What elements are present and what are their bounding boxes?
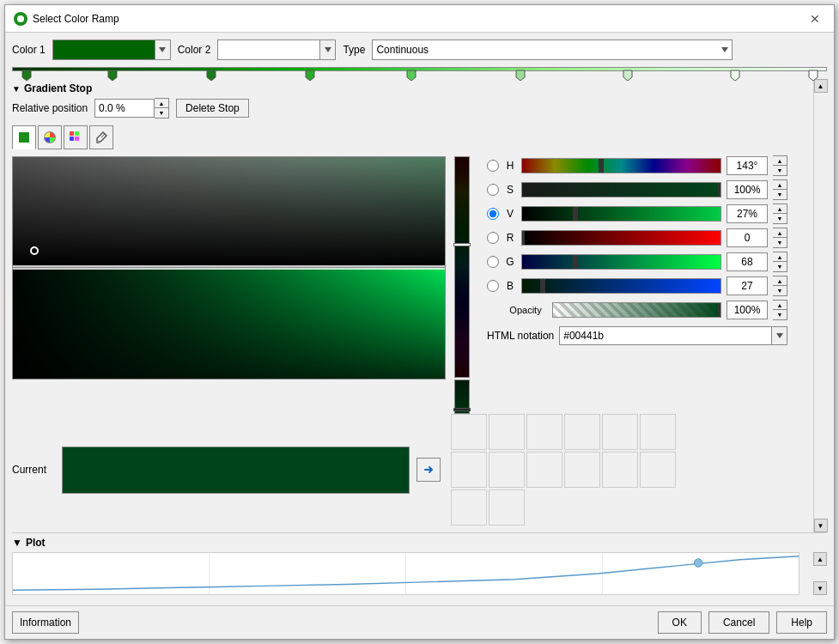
- help-button[interactable]: Help: [776, 611, 827, 634]
- h-up[interactable]: ▲: [773, 156, 787, 166]
- b-radio[interactable]: [487, 280, 499, 292]
- swatch-11[interactable]: [640, 452, 676, 488]
- color-tab-eyedropper[interactable]: [89, 125, 113, 149]
- b-down[interactable]: ▼: [773, 286, 787, 295]
- stop-marker-7[interactable]: [729, 69, 741, 81]
- stop-marker-1[interactable]: [106, 69, 119, 81]
- h-radio[interactable]: [487, 160, 499, 172]
- color2-button[interactable]: [217, 39, 320, 60]
- rel-position-up[interactable]: ▲: [155, 99, 168, 108]
- v-up[interactable]: ▲: [773, 204, 787, 214]
- stop-marker-8[interactable]: [807, 69, 819, 81]
- html-input[interactable]: #00441b: [559, 326, 772, 345]
- swatch-1[interactable]: [489, 414, 525, 450]
- swatch-2[interactable]: [526, 414, 562, 450]
- s-radio[interactable]: [487, 184, 499, 196]
- r-down[interactable]: ▼: [773, 238, 787, 247]
- plot-scroll-down[interactable]: ▼: [813, 581, 827, 595]
- scrollbar-down[interactable]: ▼: [814, 519, 828, 532]
- ok-button[interactable]: OK: [658, 611, 702, 634]
- plot-header[interactable]: ▼ Plot: [12, 537, 827, 549]
- b-slider-track[interactable]: [521, 278, 721, 294]
- opacity-slider-vertical[interactable]: [454, 380, 470, 414]
- s-up[interactable]: ▲: [773, 180, 787, 190]
- color-saturation-value-top[interactable]: [12, 156, 446, 268]
- h-spinner[interactable]: ▲ ▼: [773, 155, 787, 176]
- opacity-down[interactable]: ▼: [773, 310, 787, 319]
- type-select[interactable]: Continuous: [372, 39, 733, 60]
- swatch-7[interactable]: [489, 452, 525, 488]
- swatch-13[interactable]: [489, 489, 525, 526]
- opacity-up[interactable]: ▲: [773, 301, 787, 310]
- swatch-3[interactable]: [564, 414, 600, 450]
- s-slider-track[interactable]: [521, 182, 721, 197]
- information-button[interactable]: Information: [12, 611, 79, 634]
- swatch-5[interactable]: [640, 414, 676, 450]
- color-saturation-value-bottom[interactable]: [12, 268, 446, 380]
- rel-position-down[interactable]: ▼: [155, 108, 168, 118]
- b-spinner[interactable]: ▲ ▼: [773, 276, 787, 296]
- s-value[interactable]: 100%: [727, 180, 768, 199]
- swatch-4[interactable]: [602, 414, 638, 450]
- s-spinner[interactable]: ▲ ▼: [773, 179, 787, 200]
- g-down[interactable]: ▼: [773, 262, 787, 271]
- stop-marker-2[interactable]: [205, 69, 217, 81]
- swatch-8[interactable]: [526, 452, 562, 488]
- color-tab-solid[interactable]: [12, 125, 36, 149]
- b-up[interactable]: ▲: [773, 276, 787, 286]
- v-down[interactable]: ▼: [773, 214, 787, 223]
- color-tab-grid[interactable]: [64, 125, 88, 149]
- delete-stop-button[interactable]: Delete Stop: [176, 99, 249, 118]
- gradient-stop-header[interactable]: ▼ Gradient Stop: [12, 79, 813, 98]
- color1-button[interactable]: [52, 39, 155, 60]
- current-color-box[interactable]: [62, 447, 410, 494]
- v-slider-track[interactable]: [521, 206, 721, 222]
- g-slider-track[interactable]: [521, 254, 721, 270]
- g-spinner[interactable]: ▲ ▼: [773, 252, 787, 272]
- swatch-9[interactable]: [564, 452, 600, 488]
- g-up[interactable]: ▲: [773, 252, 787, 262]
- color1-dropdown[interactable]: [155, 39, 171, 60]
- hue-slider[interactable]: [454, 156, 470, 378]
- r-spinner[interactable]: ▲ ▼: [773, 228, 787, 248]
- plot-area[interactable]: [12, 552, 799, 595]
- s-down[interactable]: ▼: [773, 190, 787, 199]
- opacity-value[interactable]: 100%: [727, 301, 768, 319]
- stop-marker-5[interactable]: [514, 69, 526, 81]
- rel-position-spinner[interactable]: ▲ ▼: [155, 98, 169, 118]
- gradient-preview[interactable]: [12, 67, 827, 71]
- html-dropdown[interactable]: [772, 326, 787, 345]
- g-value[interactable]: 68: [727, 252, 768, 271]
- v-value[interactable]: 27%: [727, 204, 768, 223]
- r-slider-track[interactable]: [521, 230, 721, 246]
- opacity-slider-track[interactable]: [552, 302, 721, 318]
- scrollbar-track[interactable]: [814, 93, 828, 519]
- plot-scroll-track[interactable]: [813, 566, 827, 581]
- v-spinner[interactable]: ▲ ▼: [773, 204, 787, 224]
- color2-dropdown[interactable]: [320, 39, 336, 60]
- swatch-0[interactable]: [451, 414, 487, 450]
- b-value[interactable]: 27: [727, 276, 768, 295]
- plot-scroll-up[interactable]: ▲: [813, 552, 827, 566]
- swatch-6[interactable]: [451, 452, 487, 488]
- r-value[interactable]: 0: [727, 228, 768, 247]
- stop-marker-6[interactable]: [622, 69, 634, 81]
- v-radio[interactable]: [487, 208, 499, 220]
- apply-color-button[interactable]: [416, 458, 441, 482]
- h-down[interactable]: ▼: [773, 166, 787, 175]
- swatch-12[interactable]: [451, 489, 487, 526]
- swatch-10[interactable]: [602, 452, 638, 488]
- r-radio[interactable]: [487, 232, 499, 244]
- color-tab-wheel[interactable]: [38, 125, 62, 149]
- h-value[interactable]: 143°: [727, 156, 768, 175]
- close-button[interactable]: ✕: [805, 10, 825, 27]
- r-up[interactable]: ▲: [773, 228, 787, 238]
- rel-position-input[interactable]: 0.0 %: [94, 99, 155, 118]
- g-radio[interactable]: [487, 256, 499, 268]
- stop-marker-3[interactable]: [304, 69, 316, 81]
- h-slider-track[interactable]: [521, 158, 721, 173]
- stop-marker-4[interactable]: [405, 69, 417, 81]
- cancel-button[interactable]: Cancel: [708, 611, 769, 634]
- right-scrollbar[interactable]: ▲ ▼: [813, 79, 827, 532]
- opacity-spinner[interactable]: ▲ ▼: [773, 300, 787, 320]
